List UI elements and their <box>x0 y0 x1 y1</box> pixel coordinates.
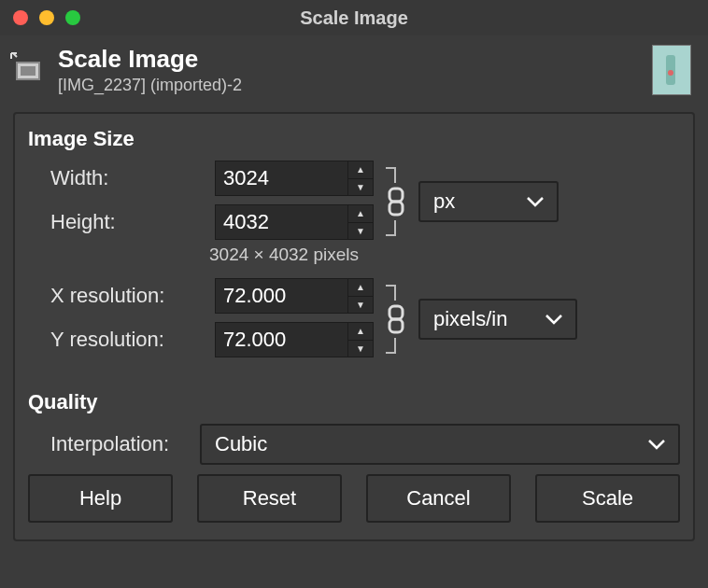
y-resolution-increase-button[interactable]: ▲ <box>348 323 373 341</box>
reset-button[interactable]: Reset <box>197 474 342 523</box>
image-size-section-title: Image Size <box>28 127 680 151</box>
help-button-label: Help <box>79 486 121 511</box>
scale-button[interactable]: Scale <box>535 474 680 523</box>
quality-section-title: Quality <box>28 390 680 414</box>
svg-rect-2 <box>389 189 403 202</box>
x-resolution-input[interactable]: ▲ ▼ <box>215 278 374 314</box>
x-resolution-spinner[interactable]: ▲ ▼ <box>347 279 373 313</box>
titlebar: Scale Image <box>0 0 708 35</box>
dialog-subtitle: [IMG_2237] (imported)-2 <box>58 76 242 95</box>
image-thumbnail <box>652 45 691 95</box>
cancel-button-label: Cancel <box>406 486 470 511</box>
width-increase-button[interactable]: ▲ <box>348 161 373 179</box>
y-resolution-spinner[interactable]: ▲ ▼ <box>347 323 373 357</box>
svg-rect-4 <box>389 306 403 319</box>
chevron-down-icon <box>648 439 665 450</box>
reset-button-label: Reset <box>243 486 296 511</box>
help-button[interactable]: Help <box>28 474 173 523</box>
width-input[interactable]: ▲ ▼ <box>215 161 374 196</box>
width-label: Width: <box>50 166 209 190</box>
y-resolution-input[interactable]: ▲ ▼ <box>215 322 374 357</box>
size-hint: 3024 × 4032 pixels <box>209 245 680 265</box>
dialog-button-row: Help Reset Cancel Scale <box>28 474 680 523</box>
y-resolution-label: Y resolution: <box>50 328 209 352</box>
dialog-body: Image Size Width: ▲ ▼ <box>13 112 695 541</box>
height-increase-button[interactable]: ▲ <box>348 205 373 223</box>
cancel-button[interactable]: Cancel <box>366 474 511 523</box>
width-spinner[interactable]: ▲ ▼ <box>347 161 373 195</box>
scale-image-icon <box>7 49 49 91</box>
y-resolution-decrease-button[interactable]: ▼ <box>348 341 373 357</box>
height-field[interactable] <box>216 205 347 239</box>
x-resolution-increase-button[interactable]: ▲ <box>348 279 373 297</box>
svg-rect-1 <box>21 66 35 76</box>
x-resolution-field[interactable] <box>216 279 347 313</box>
x-resolution-decrease-button[interactable]: ▼ <box>348 297 373 314</box>
window-title: Scale Image <box>0 7 708 29</box>
height-spinner[interactable]: ▲ ▼ <box>347 205 373 239</box>
x-resolution-label: X resolution: <box>50 284 209 308</box>
width-field[interactable] <box>216 161 347 195</box>
interpolation-label: Interpolation: <box>50 432 191 456</box>
interpolation-select[interactable]: Cubic <box>200 424 680 465</box>
scale-button-label: Scale <box>582 486 633 511</box>
height-label: Height: <box>50 210 209 234</box>
interpolation-value: Cubic <box>215 432 635 456</box>
dialog-header: Scale Image [IMG_2237] (imported)-2 <box>0 35 708 101</box>
height-decrease-button[interactable]: ▼ <box>348 223 373 240</box>
width-decrease-button[interactable]: ▼ <box>348 179 373 196</box>
dialog-title: Scale Image <box>58 45 242 74</box>
y-resolution-field[interactable] <box>216 323 347 357</box>
height-input[interactable]: ▲ ▼ <box>215 204 374 240</box>
